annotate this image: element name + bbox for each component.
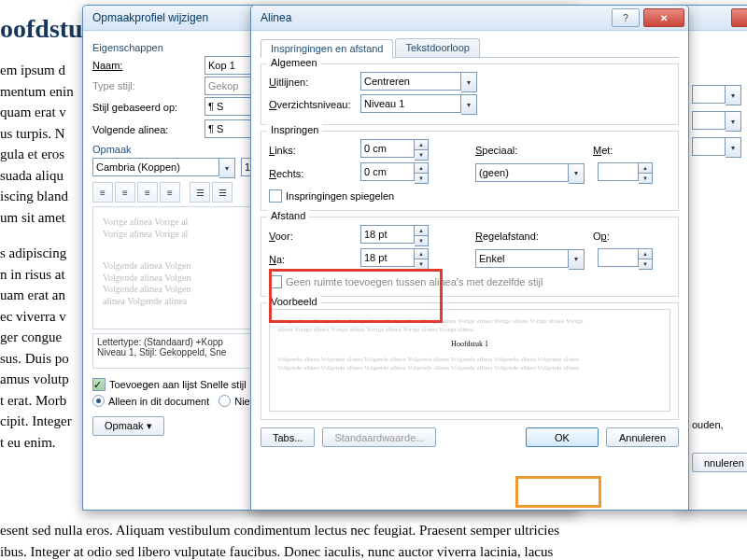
paragraph-preview: Vorige alinea Vorige alinea Vorige aline… [269, 309, 670, 412]
preview-sample: Hoofdstuk 1 [277, 340, 662, 349]
no-space-same-style-checkbox: Geen ruimte toevoegen tussen alinea's me… [269, 275, 670, 288]
spin-down-icon[interactable]: ▼ [415, 174, 429, 184]
paragraph-dialog-titlebar[interactable]: Alinea ? ✕ [251, 6, 688, 31]
align-center-icon[interactable]: ≡ [115, 182, 135, 203]
spin-up-icon[interactable]: ▲ [415, 162, 429, 174]
linespacing-label: Regelafstand: [475, 231, 556, 242]
bg-text: ouden, [692, 419, 747, 430]
bg-cancel-button[interactable]: nnuleren [692, 453, 747, 472]
outline-level-combo[interactable]: ▾ [360, 94, 477, 115]
special-indent-combo[interactable]: ▾ [475, 163, 585, 184]
by-spinner[interactable]: ▲▼ [598, 162, 653, 184]
spin-down-icon[interactable]: ▼ [415, 259, 429, 270]
chevron-down-icon[interactable]: ▾ [219, 158, 235, 178]
no-space-same-style-label: Geen ruimte toevoegen tussen alinea's me… [286, 276, 543, 287]
line-spacing-icon[interactable]: ☰ [212, 182, 233, 203]
tab-indent-spacing[interactable]: Inspringingen en afstand [261, 39, 393, 58]
spin-down-icon[interactable]: ▼ [415, 150, 429, 161]
spin-down-icon[interactable]: ▼ [639, 259, 653, 270]
format-dropdown-button[interactable]: Opmaak ▾ [92, 416, 164, 436]
chevron-down-icon[interactable]: ▾ [461, 94, 477, 115]
chevron-down-icon[interactable]: ▾ [726, 111, 741, 132]
spin-down-icon[interactable]: ▼ [415, 236, 429, 246]
name-label: Naam: [92, 60, 122, 71]
space-after-spinner[interactable]: ▲▼ [360, 248, 429, 270]
checkbox-icon [269, 189, 282, 203]
checkbox-icon [269, 275, 282, 288]
right-indent-label: Rechts: [269, 168, 360, 179]
bg-combo[interactable]: ▾ [692, 111, 747, 132]
default-button: Standaardwaarde... [322, 427, 436, 447]
next-para-label: Volgende alinea: [92, 124, 204, 135]
line-spacing-icon[interactable]: ☰ [190, 182, 210, 203]
indent-group: Inspringen Links: ▲▼ Speciaal: Met: Rech… [261, 131, 679, 211]
paragraph-dialog-title: Alinea [261, 11, 291, 24]
mirror-indents-checkbox[interactable]: Inspringingen spiegelen [269, 189, 670, 203]
style-dialog-title: Opmaakprofiel wijzigen [92, 11, 208, 24]
alignment-combo[interactable]: ▾ [360, 72, 477, 92]
background-dialog-titlebar: x [683, 6, 747, 31]
spin-up-icon[interactable]: ▲ [415, 248, 429, 259]
right-indent-spinner[interactable]: ▲▼ [360, 162, 429, 184]
preview-next: Volgende alinea Volgende alinea Volgende… [277, 356, 662, 372]
spin-down-icon[interactable]: ▼ [639, 174, 653, 184]
general-group: Algemeen Uitlijnen: ▾ Overzichtsniveau: … [261, 63, 679, 125]
align-justify-icon[interactable]: ≡ [160, 182, 180, 203]
checkbox-icon: ✓ [92, 378, 106, 391]
background-dialog: x ▾ ▾ ▾ ouden, nnuleren [682, 5, 747, 511]
spin-up-icon[interactable]: ▲ [415, 139, 429, 150]
chevron-down-icon[interactable]: ▾ [461, 72, 477, 92]
paragraph-dialog: Alinea ? ✕ Inspringingen en afstand Teks… [250, 5, 689, 511]
new-template-radio[interactable]: Nie [218, 395, 250, 407]
by-label: Met: [593, 145, 613, 156]
preview-prev: Vorige alinea Vorige alinea Vorige aline… [277, 317, 662, 334]
add-to-quicklist-label: Toevoegen aan lijst Snelle stijl [109, 379, 247, 390]
tabs-button[interactable]: Tabs... [261, 427, 315, 447]
help-icon[interactable]: ? [612, 8, 640, 27]
based-on-label: Stijl gebaseerd op: [92, 102, 204, 113]
left-indent-label: Links: [269, 145, 360, 156]
general-label: Algemeen [267, 57, 321, 68]
doc-paragraph: esent sed nulla eros. Aliquam vestibulum… [0, 520, 747, 560]
spin-up-icon[interactable]: ▲ [639, 162, 653, 174]
before-label: Voor: [269, 231, 360, 242]
chevron-down-icon[interactable]: ▾ [726, 85, 741, 105]
indent-label: Inspringen [267, 124, 322, 135]
left-indent-spinner[interactable]: ▲▼ [360, 139, 429, 161]
close-icon[interactable]: x [731, 8, 747, 27]
preview-label: Voorbeeld [267, 296, 321, 307]
paragraph-tabs: Inspringingen en afstand Tekstdoorloop [261, 38, 679, 58]
bg-combo[interactable]: ▾ [692, 85, 747, 105]
mirror-indents-label: Inspringingen spiegelen [286, 190, 394, 202]
type-label: Type stijl: [92, 80, 204, 91]
special-label: Speciaal: [475, 145, 556, 156]
close-icon[interactable]: ✕ [643, 8, 684, 27]
at-label: Op: [593, 231, 610, 242]
bg-combo[interactable]: ▾ [692, 137, 747, 158]
after-label: Na: [269, 254, 360, 265]
spin-up-icon[interactable]: ▲ [415, 225, 429, 236]
align-left-icon[interactable]: ≡ [92, 182, 113, 203]
preview-group: Voorbeeld Vorige alinea Vorige alinea Vo… [261, 302, 679, 420]
outline-label: Overzichtsniveau: [269, 99, 360, 110]
chevron-down-icon[interactable]: ▾ [569, 249, 585, 270]
spin-up-icon[interactable]: ▲ [639, 248, 653, 259]
at-spinner[interactable]: ▲▼ [598, 248, 653, 270]
spacing-label: Afstand [267, 210, 309, 221]
tab-textflow[interactable]: Tekstdoorloop [395, 38, 480, 57]
cancel-button[interactable]: Annuleren [606, 427, 679, 447]
align-label: Uitlijnen: [269, 77, 308, 88]
chevron-down-icon[interactable]: ▾ [726, 137, 741, 158]
only-this-doc-radio[interactable]: Alleen in dit document [92, 395, 209, 407]
chevron-down-icon[interactable]: ▾ [569, 163, 585, 184]
line-spacing-combo[interactable]: ▾ [475, 249, 585, 270]
font-combo[interactable]: ▾ [92, 158, 235, 178]
ok-button[interactable]: OK [526, 427, 599, 447]
space-before-spinner[interactable]: ▲▼ [360, 225, 429, 246]
spacing-group: Afstand Voor: ▲▼ Regelafstand: Op: Na: ▲… [261, 217, 679, 297]
align-right-icon[interactable]: ≡ [137, 182, 158, 203]
